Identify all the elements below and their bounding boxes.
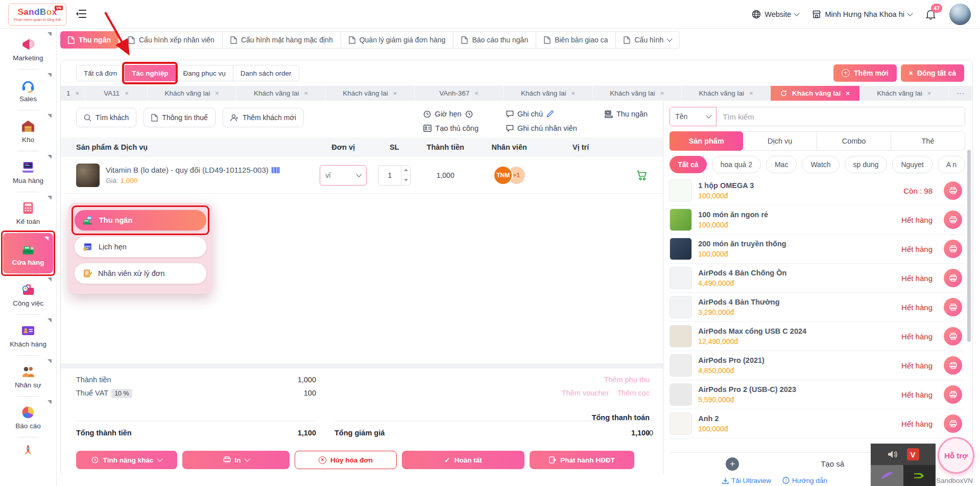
close-icon[interactable]: × [660, 89, 664, 97]
filter-tat-ca-don[interactable]: Tất cả đơn [76, 65, 125, 81]
order-tab[interactable]: Khách vãng lai× [504, 86, 592, 101]
tab-combo[interactable]: Combo [817, 131, 891, 151]
product-row[interactable]: AirPods Pro (2021) 4,850,000đ Hết hàng [670, 351, 965, 380]
order-tab[interactable]: VAnh-367× [415, 86, 504, 101]
menu-item-lich-hen[interactable]: Lịch hẹn [75, 237, 206, 257]
sidebar-item-bao-cao[interactable]: Báo cáo [0, 397, 56, 437]
catalog-search-input[interactable] [716, 107, 965, 126]
complete-button[interactable]: ✓ Hoàn tất [402, 451, 524, 469]
create-product-link[interactable]: Tạo sả [821, 459, 844, 468]
chip-sp-dung[interactable]: sp dung [845, 156, 888, 173]
sidebar-item-marketing[interactable]: Marketing [0, 29, 56, 69]
qty-decrease-button[interactable] [401, 175, 410, 185]
print-label-button[interactable] [944, 385, 962, 404]
appointment-time-control[interactable]: Giờ hẹn [423, 110, 479, 118]
user-avatar[interactable] [949, 4, 971, 25]
order-tabs-more-button[interactable]: ⋯ [949, 86, 972, 101]
print-label-button[interactable] [944, 211, 962, 229]
tax-info-button[interactable]: Thông tin thuế [144, 108, 216, 127]
product-row[interactable]: 100 món ăn ngon rẻ 100,000đ Hết hàng [670, 205, 965, 235]
manual-create-control[interactable]: Tạo thủ công [423, 124, 479, 132]
print-label-button[interactable] [944, 269, 962, 287]
add-voucher-link[interactable]: Thêm voucher [562, 389, 609, 397]
feather-app-icon[interactable] [871, 465, 903, 486]
order-tab[interactable]: Khách vãng lai× [236, 86, 325, 101]
product-row[interactable]: Anh 2 100,000đ Hết hàng [670, 409, 965, 438]
order-tab[interactable]: Khách vãng lai× [148, 86, 236, 101]
unit-select[interactable]: vỉ [320, 165, 367, 186]
sidebar-item-sales[interactable]: Sales [0, 70, 56, 110]
more-features-button[interactable]: Tính năng khác [76, 451, 177, 469]
order-tab[interactable]: Khách vãng lai× [593, 86, 682, 101]
print-label-button[interactable] [944, 327, 962, 345]
chip-watch[interactable]: Watch [802, 156, 839, 173]
find-customer-button[interactable]: Tìm khách [76, 108, 136, 127]
close-icon[interactable]: × [846, 89, 850, 97]
print-label-button[interactable] [944, 356, 962, 375]
sidebar-item-more[interactable] [0, 437, 56, 462]
tab-cau-hinh-mat-hang[interactable]: Cấu hình mặt hàng mặc định [223, 31, 341, 49]
search-field-select[interactable]: Tên [670, 107, 716, 126]
print-button[interactable]: In [182, 451, 290, 469]
product-row[interactable]: 1 hộp OMEGA 3 100,000đ Còn : 98 [670, 176, 965, 205]
sidebar-item-khach-hang[interactable]: Khách hàng [0, 315, 56, 355]
add-new-button[interactable]: + Thêm mới [833, 64, 897, 82]
chip-nguyet[interactable]: Nguyet [892, 156, 932, 173]
sidebar-item-ke-toan[interactable]: Kế toán [0, 192, 56, 233]
sidebar-item-cong-viec[interactable]: Công việc [0, 274, 56, 314]
order-tab[interactable]: Khách vãng lai× [682, 86, 771, 101]
website-dropdown[interactable]: Website [752, 10, 799, 19]
close-icon[interactable]: × [927, 89, 931, 97]
nvidia-icon[interactable] [903, 465, 936, 486]
chip-tat-ca[interactable]: Tất cả [670, 156, 706, 173]
notifications-button[interactable]: 47 [925, 9, 936, 20]
ultraview-link[interactable]: Tải Ultraview [722, 477, 771, 484]
system-tray-overlay[interactable]: V [871, 444, 936, 486]
sidebar-item-mua-hang[interactable]: Mua hàng [0, 151, 56, 192]
close-icon[interactable]: × [474, 89, 479, 97]
app-logo[interactable]: SandBox VN Phần mềm quản trị tổng thể [8, 4, 66, 26]
sidebar-toggle-icon[interactable] [76, 9, 87, 19]
close-icon[interactable]: × [125, 89, 129, 97]
filter-dang-phuc-vu[interactable]: Đang phục vụ [176, 65, 233, 81]
catalog-scrollbar[interactable] [967, 150, 971, 342]
issue-einvoice-button[interactable]: Phát hành HĐĐT [530, 451, 634, 469]
order-tab[interactable]: Khách vãng lai× [326, 86, 415, 101]
vat-rate-badge[interactable]: 10 % [111, 389, 132, 398]
quantity-value[interactable]: 1 [378, 166, 401, 185]
print-label-button[interactable] [944, 181, 962, 200]
menu-item-thu-ngan[interactable]: Thu ngân [75, 210, 206, 230]
order-tab-active[interactable]: Khách vãng lai× [771, 86, 859, 101]
tab-the[interactable]: Thẻ [891, 131, 965, 151]
tab-dich-vu[interactable]: Dịch vụ [743, 131, 817, 151]
menu-item-nhan-vien-xu-ly-don[interactable]: Nhân viên xử lý đơn [75, 263, 206, 284]
add-surcharge-link[interactable]: Thêm phụ thu [604, 376, 650, 384]
product-row[interactable]: 200 món ăn truyền thống 100,000đ Hết hàn… [670, 235, 965, 264]
filter-danh-sach-order[interactable]: Danh sách order [233, 65, 299, 81]
tab-bao-cao-thu-ngan[interactable]: Báo cáo thu ngân [453, 31, 536, 49]
chip-a-n[interactable]: A n [938, 156, 965, 173]
quantity-stepper[interactable]: 1 [378, 165, 411, 186]
add-product-button[interactable]: + [726, 457, 739, 471]
store-dropdown[interactable]: Minh Hưng Nha Khoa hi [812, 10, 912, 19]
order-tab[interactable]: Khách vãng lai× [860, 86, 949, 101]
filter-tac-nghiep[interactable]: Tác nghiệp [125, 65, 176, 81]
v-app-icon[interactable]: V [907, 448, 919, 460]
tab-thu-ngan[interactable]: Thu ngân [60, 31, 118, 49]
tab-cau-hinh[interactable]: Cấu hình [616, 31, 680, 49]
chip-mac[interactable]: Mac [766, 156, 797, 173]
chip-hoa-qua-2[interactable]: hoa quả 2 [712, 156, 761, 173]
print-label-button[interactable] [944, 298, 962, 316]
print-label-button[interactable] [944, 240, 962, 258]
print-label-button[interactable] [944, 414, 962, 433]
sidebar-item-nhan-su[interactable]: Nhân sự [0, 356, 56, 396]
order-tab[interactable]: 1× [61, 86, 85, 101]
close-icon[interactable]: × [393, 89, 397, 97]
add-deposit-link[interactable]: Thêm cọc [617, 389, 650, 397]
cashier-control[interactable]: Thu ngân [605, 110, 648, 118]
support-floating-button[interactable]: Hỗ trợ [938, 437, 974, 474]
cancel-invoice-button[interactable]: × Hủy hóa đơn [295, 451, 397, 469]
product-row[interactable]: AirPods 4 Bản Chống Ồn 4,490,000đ Hết hà… [670, 264, 965, 293]
tab-bien-ban-giao-ca[interactable]: Biên bản giao ca [536, 31, 616, 49]
tab-quan-ly-giam-gia[interactable]: Quản lý giảm giá đơn hàng [341, 31, 454, 49]
